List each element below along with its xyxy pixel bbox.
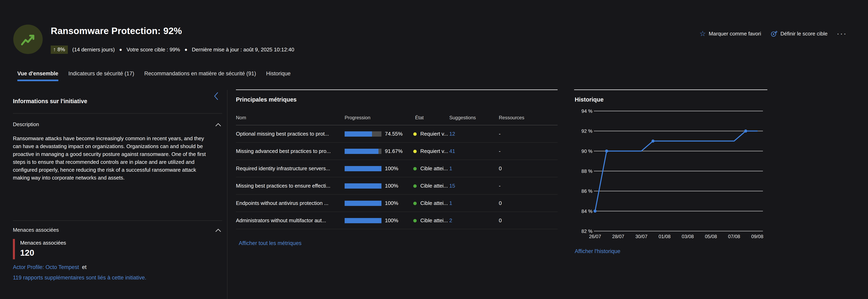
bullet-separator-icon: ●	[119, 47, 122, 52]
x-axis-tick-label: 03/08	[682, 234, 694, 239]
description-section-label: Description	[13, 121, 39, 127]
more-actions-button[interactable]: ···	[837, 29, 847, 38]
progress-bar-fill	[345, 166, 381, 171]
suggestions-link[interactable]: 41	[449, 148, 455, 154]
data-point-marker	[651, 140, 654, 143]
collapse-description-button[interactable]	[215, 122, 221, 128]
table-row[interactable]: Endpoints without antivirus protection .…	[236, 195, 558, 212]
x-axis-tick-label: 01/08	[658, 234, 671, 239]
y-axis-tick-label: 92 %	[581, 128, 592, 134]
suggestions-link[interactable]: 1	[449, 166, 452, 172]
status-dot-icon	[413, 167, 417, 171]
column-header-progression[interactable]: Progression	[345, 115, 370, 120]
page-title: Ransomware Protection: 92%	[51, 25, 182, 36]
table-row[interactable]: Administrators without multifactor aut..…	[236, 212, 558, 229]
x-axis-tick-label: 30/07	[635, 234, 647, 239]
threat-card-label: Menaces associées	[20, 240, 66, 246]
suggestions-link[interactable]: 1	[449, 200, 452, 206]
suggestions-link[interactable]: 2	[449, 217, 452, 223]
column-header-name[interactable]: Nom	[236, 115, 246, 120]
progress-value: 100%	[385, 200, 398, 206]
chevron-up-icon	[215, 122, 221, 127]
table-row[interactable]: Missing best practices to ensure effecti…	[236, 177, 558, 195]
history-title: Historique	[575, 96, 603, 103]
column-header-suggestions[interactable]: Suggestions	[449, 115, 476, 120]
arrow-up-icon: ↑	[53, 46, 56, 53]
progress-bar	[345, 166, 381, 171]
metric-name: Missing best practices to ensure effecti…	[236, 183, 341, 189]
set-target-score-button[interactable]: Définir le score cible	[770, 30, 828, 37]
x-axis-tick-label: 05/08	[705, 234, 717, 239]
status-dot-icon	[413, 219, 417, 222]
resources-value: -	[499, 131, 501, 137]
initiative-info-title: Informations sur l'initiative	[13, 98, 87, 104]
suggestions-link[interactable]: 12	[449, 131, 455, 137]
x-axis-tick-label: 09/08	[751, 234, 763, 239]
progress-bar-fill	[345, 201, 381, 206]
progress-bar	[345, 201, 381, 206]
status-dot-icon	[413, 202, 417, 205]
metrics-rows: Optional missing best practices to prot.…	[236, 125, 558, 229]
status-text: Cible attei...	[420, 217, 448, 223]
data-point-marker	[605, 149, 608, 152]
column-header-state[interactable]: État	[415, 115, 424, 120]
resources-value: -	[499, 183, 501, 189]
tab-security-recommendations[interactable]: Recommandations en matière de sécurité (…	[144, 70, 256, 81]
collapse-threats-button[interactable]	[215, 228, 221, 233]
initiative-overview-page: Ransomware Protection: 92% ↑ 8% (14 dern…	[0, 0, 868, 299]
trend-badge: ↑ 8%	[51, 46, 68, 54]
progress-bar	[345, 149, 381, 154]
actor-profile-link[interactable]: Actor Profile: Octo Tempest	[13, 264, 79, 270]
table-row[interactable]: Required identity infrastructure servers…	[236, 160, 558, 177]
x-axis-tick-label: 26/07	[589, 234, 601, 239]
chevron-up-icon	[215, 228, 221, 233]
header-actions: ☆ Marquer comme favori Définir le score …	[700, 29, 847, 38]
divider	[13, 113, 222, 114]
star-icon: ☆	[700, 30, 706, 37]
data-point-marker	[594, 210, 597, 213]
key-metrics-title: Principales métriques	[236, 96, 297, 103]
progress-bar-fill	[345, 149, 378, 154]
y-axis-tick-label: 90 %	[581, 149, 592, 154]
resources-value: 0	[499, 200, 502, 206]
last-updated-text: Dernière mise à jour : août 9, 2025 10:1…	[192, 47, 294, 53]
progress-bar-fill	[345, 131, 372, 137]
history-top-rule	[574, 89, 767, 90]
status-text: Requiert v...	[420, 131, 448, 137]
metric-name: Optional missing best practices to prot.…	[236, 131, 341, 137]
y-axis-tick-label: 84 %	[581, 209, 592, 214]
status-text: Requiert v...	[420, 148, 448, 154]
trend-period: (14 derniers jours)	[72, 47, 115, 53]
progress-bar-fill	[345, 183, 381, 188]
status-dot-icon	[413, 150, 417, 153]
tab-security-indicators[interactable]: Indicateurs de sécurité (17)	[68, 70, 134, 81]
status-dot-icon	[413, 184, 417, 188]
tab-overview[interactable]: Vue d'ensemble	[17, 70, 58, 81]
metric-name: Missing advanced best practices to pro..…	[236, 148, 341, 154]
target-edit-icon	[770, 30, 778, 37]
progress-bar	[345, 183, 381, 188]
y-axis-tick-label: 94 %	[581, 109, 592, 114]
table-row[interactable]: Missing advanced best practices to pro..…	[236, 143, 558, 160]
collapse-panel-button[interactable]	[213, 91, 220, 102]
suggestions-link[interactable]: 15	[449, 183, 455, 189]
associated-threats-section-label: Menaces associées	[13, 227, 59, 233]
status-text: Cible attei...	[420, 200, 448, 206]
associated-threats-card: Menaces associées 120	[13, 239, 66, 259]
metric-name: Endpoints without antivirus protection .…	[236, 200, 341, 206]
progress-value: 100%	[385, 217, 398, 223]
additional-reports-link[interactable]: 119 rapports supplémentaires sont liés à…	[13, 275, 146, 281]
progress-value: 100%	[385, 183, 398, 189]
mark-favorite-button[interactable]: ☆ Marquer comme favori	[700, 30, 761, 37]
tab-history[interactable]: Historique	[266, 70, 291, 81]
status-text: Cible attei...	[420, 183, 448, 189]
resources-value: 0	[499, 166, 502, 172]
progress-value: 91.67%	[385, 148, 403, 154]
table-row[interactable]: Optional missing best practices to prot.…	[236, 125, 558, 143]
score-meta-row: ↑ 8% (14 derniers jours) ● Votre score c…	[51, 45, 294, 54]
show-all-metrics-link[interactable]: Afficher tout les métriques	[239, 240, 302, 246]
conjunction-text: et	[82, 264, 87, 270]
column-header-resources[interactable]: Ressources	[499, 115, 524, 120]
show-history-link[interactable]: Afficher l'historique	[575, 248, 620, 255]
data-point-marker	[744, 129, 747, 132]
